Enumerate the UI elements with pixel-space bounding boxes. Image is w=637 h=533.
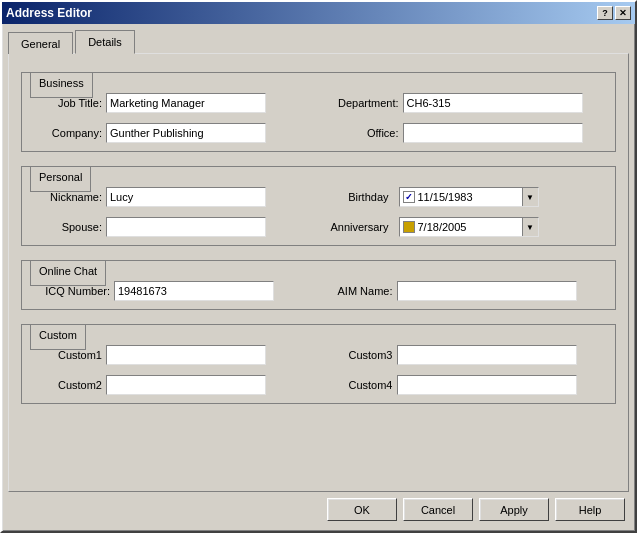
- birthday-label: Birthday: [319, 191, 389, 203]
- anniversary-checkbox[interactable]: [403, 221, 415, 233]
- department-input[interactable]: [403, 93, 583, 113]
- address-editor-window: Address Editor ? ✕ General Details Busin…: [0, 0, 637, 533]
- custom2-input[interactable]: [106, 375, 266, 395]
- cancel-button[interactable]: Cancel: [403, 498, 473, 521]
- custom-legend: Custom: [30, 324, 86, 350]
- window-body: General Details Business Job Title: Depa…: [2, 24, 635, 531]
- spouse-input[interactable]: [106, 217, 266, 237]
- help-button[interactable]: ?: [597, 6, 613, 20]
- office-label: Office:: [319, 127, 399, 139]
- aim-input[interactable]: [397, 281, 577, 301]
- office-input[interactable]: [403, 123, 583, 143]
- title-bar-controls: ? ✕: [597, 6, 631, 20]
- birthday-picker[interactable]: ✓ 11/15/1983 ▼: [399, 187, 539, 207]
- personal-legend: Personal: [30, 166, 91, 192]
- custom2-label: Custom2: [30, 379, 102, 391]
- custom-group: Custom Custom1 Custom3 Custom2: [21, 324, 616, 404]
- anniversary-row: Anniversary 7/18/2005 ▼: [319, 217, 608, 237]
- apply-button[interactable]: Apply: [479, 498, 549, 521]
- company-row: Company:: [30, 123, 319, 143]
- department-row: Department:: [319, 93, 608, 113]
- online-chat-legend: Online Chat: [30, 260, 106, 286]
- help-dialog-button[interactable]: Help: [555, 498, 625, 521]
- birthday-row: Birthday ✓ 11/15/1983 ▼: [319, 187, 608, 207]
- birthday-checkbox[interactable]: ✓: [403, 191, 415, 203]
- personal-group: Personal Nickname: Birthday ✓: [21, 166, 616, 246]
- aim-label: AIM Name:: [319, 285, 393, 297]
- business-group: Business Job Title: Department: Company:: [21, 72, 616, 152]
- close-button[interactable]: ✕: [615, 6, 631, 20]
- ok-button[interactable]: OK: [327, 498, 397, 521]
- bottom-bar: OK Cancel Apply Help: [8, 492, 629, 525]
- tab-general[interactable]: General: [8, 32, 73, 54]
- job-title-input[interactable]: [106, 93, 266, 113]
- birthday-value: 11/15/1983: [418, 191, 519, 203]
- custom3-row: Custom3: [319, 345, 608, 365]
- anniversary-label: Anniversary: [319, 221, 389, 233]
- custom4-row: Custom4: [319, 375, 608, 395]
- office-row: Office:: [319, 123, 608, 143]
- company-label: Company:: [30, 127, 102, 139]
- anniversary-dropdown-btn[interactable]: ▼: [522, 218, 538, 236]
- spouse-row: Spouse:: [30, 217, 319, 237]
- tab-bar: General Details: [8, 30, 629, 54]
- birthday-dropdown-btn[interactable]: ▼: [522, 188, 538, 206]
- anniversary-value: 7/18/2005: [418, 221, 519, 233]
- job-title-label: Job Title:: [30, 97, 102, 109]
- custom1-input[interactable]: [106, 345, 266, 365]
- custom3-label: Custom3: [319, 349, 393, 361]
- title-bar: Address Editor ? ✕: [2, 2, 635, 24]
- online-chat-group: Online Chat ICQ Number: AIM Name:: [21, 260, 616, 310]
- business-legend: Business: [30, 72, 93, 98]
- custom1-label: Custom1: [30, 349, 102, 361]
- custom4-input[interactable]: [397, 375, 577, 395]
- title-bar-title: Address Editor: [6, 6, 92, 20]
- company-input[interactable]: [106, 123, 266, 143]
- spouse-label: Spouse:: [30, 221, 102, 233]
- nickname-input[interactable]: [106, 187, 266, 207]
- icq-input[interactable]: [114, 281, 274, 301]
- custom4-label: Custom4: [319, 379, 393, 391]
- nickname-label: Nickname:: [30, 191, 102, 203]
- anniversary-picker[interactable]: 7/18/2005 ▼: [399, 217, 539, 237]
- tab-details[interactable]: Details: [75, 30, 135, 54]
- custom2-row: Custom2: [30, 375, 319, 395]
- department-label: Department:: [319, 97, 399, 109]
- window-title: Address Editor: [6, 6, 92, 20]
- content-area: Business Job Title: Department: Company:: [8, 53, 629, 492]
- aim-row: AIM Name:: [319, 281, 608, 301]
- icq-label: ICQ Number:: [30, 285, 110, 297]
- custom3-input[interactable]: [397, 345, 577, 365]
